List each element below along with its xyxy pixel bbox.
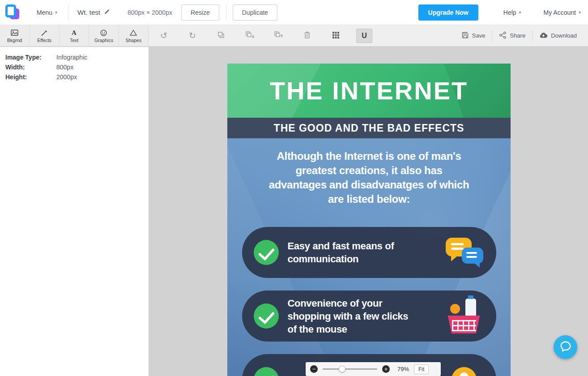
zoom-bar: − + 79% Fit (306, 362, 441, 376)
resize-button[interactable]: Resize (181, 4, 219, 21)
bring-forward-button[interactable] (270, 29, 286, 43)
list-item-text: Easy and fast means of communication (288, 239, 443, 265)
redo-icon: ↻ (189, 31, 196, 40)
divider (226, 5, 226, 20)
undo-button[interactable]: ↺ (156, 29, 172, 43)
triangle-icon (130, 29, 137, 36)
grid-icon (332, 31, 340, 40)
lightbulb-icon (443, 367, 485, 376)
grid-button[interactable] (328, 29, 344, 43)
edit-pencil-icon (104, 9, 110, 16)
project-name-button[interactable]: Wt. test (77, 9, 110, 16)
tab-text[interactable]: A Text (60, 25, 89, 46)
zoom-slider[interactable] (323, 368, 377, 370)
image-icon (11, 29, 18, 36)
tool-strip: ↺ ↻ (149, 25, 372, 46)
chat-bubble-icon (559, 340, 572, 354)
save-label: Save (472, 32, 486, 39)
cloud-download-icon (539, 32, 548, 40)
text-line: Convenience of your (288, 297, 443, 310)
help-chat-button[interactable] (554, 335, 577, 359)
intro-line: advantages and disadvanatges of which (227, 178, 511, 192)
infographic-body[interactable]: Although the Internet is one of man's gr… (227, 138, 511, 376)
tab-graphics[interactable]: Graphics (89, 25, 119, 46)
divider (492, 30, 492, 41)
u-tool-button[interactable]: U (356, 29, 372, 43)
save-button[interactable]: Save (461, 31, 486, 40)
toolbar-right-actions: Save Share Download (455, 25, 588, 46)
tab-shapes[interactable]: Shapes (119, 25, 148, 46)
infographic-header[interactable]: THE INTERNET (227, 64, 511, 118)
tab-effects[interactable]: Effects (30, 25, 59, 46)
wand-icon (41, 29, 48, 36)
tab-label: Graphics (94, 38, 113, 43)
logo-blue-square (5, 4, 16, 17)
download-button[interactable]: Download (539, 32, 577, 40)
checkmark-icon (254, 240, 279, 265)
canvas-dimensions-label: 800px × 2000px (128, 9, 172, 16)
duplicate-button[interactable]: Duplicate (233, 4, 277, 21)
canvas-area[interactable]: THE INTERNET THE GOOD AND THE BAD EFFECT… (149, 47, 588, 376)
text-line: communication (288, 252, 443, 265)
properties-panel: Image Type: Infographic Width: 800px Hei… (0, 47, 149, 376)
chevron-down-icon: ▾ (579, 10, 581, 15)
property-row: Width: 800px (5, 64, 143, 71)
layer-down-icon (245, 31, 255, 40)
text-line: of the mouse (288, 323, 443, 336)
menu-label: Menu (37, 9, 52, 16)
checkmark-icon (254, 303, 279, 329)
duplicate-layer-button[interactable] (213, 29, 229, 43)
property-value: 2000px (56, 74, 77, 81)
intro-line: Although the Internet is one of man's (227, 149, 511, 163)
redo-button[interactable]: ↻ (184, 29, 200, 43)
my-account-button[interactable]: My Account ▾ (544, 9, 581, 16)
letter-u-icon: U (362, 32, 367, 40)
chat-bubbles-icon (443, 235, 485, 270)
app-logo[interactable] (5, 4, 20, 21)
property-label: Width: (5, 64, 56, 71)
divider (532, 30, 533, 41)
send-backward-button[interactable] (242, 29, 258, 43)
layer-up-icon (274, 31, 283, 40)
property-row: Height: 2000px (5, 74, 143, 81)
menu-button[interactable]: Menu ▾ (37, 9, 57, 16)
infographic-items: Easy and fast means of communication Con… (227, 227, 511, 376)
intro-line: are listed below: (227, 192, 511, 206)
upgrade-button[interactable]: Upgrade Now (418, 4, 478, 21)
text-line: Easy and fast means of (288, 239, 443, 252)
intro-line: greatest creations, it also has (227, 163, 511, 178)
save-floppy-icon (461, 31, 469, 40)
share-label: Share (510, 32, 525, 39)
editor-toolbar: Bkgrnd Effects A Text Graphics Shapes (0, 25, 588, 47)
zoom-in-button[interactable]: + (382, 365, 390, 373)
my-account-label: My Account (544, 9, 576, 16)
letter-a-icon: A (72, 29, 77, 36)
property-value: 800px (56, 64, 73, 71)
help-label: Help (503, 9, 516, 16)
infographic-intro: Although the Internet is one of man's gr… (227, 138, 511, 206)
delete-button[interactable] (299, 29, 315, 43)
list-item-shopping[interactable]: Convenience of your shopping with a few … (242, 291, 496, 342)
help-button[interactable]: Help ▾ (503, 9, 521, 16)
smiley-icon (100, 29, 107, 36)
infographic-design[interactable]: THE INTERNET THE GOOD AND THE BAD EFFECT… (227, 64, 511, 376)
infographic-subtitle[interactable]: THE GOOD AND THE BAD EFFECTS (227, 118, 511, 138)
editor-tabs: Bkgrnd Effects A Text Graphics Shapes (0, 25, 149, 46)
zoom-slider-handle[interactable] (339, 366, 345, 372)
infographic-title: THE INTERNET (270, 76, 469, 105)
zoom-percent-label: 79% (395, 366, 409, 372)
share-button[interactable]: Share (499, 31, 525, 40)
shopping-basket-icon (443, 298, 485, 334)
checkmark-icon (254, 367, 279, 376)
share-icon (499, 31, 507, 40)
list-item-communication[interactable]: Easy and fast means of communication (242, 227, 496, 278)
text-line: shopping with a few clicks (288, 310, 443, 323)
zoom-out-button[interactable]: − (310, 365, 318, 373)
property-row: Image Type: Infographic (5, 54, 143, 61)
property-label: Image Type: (5, 54, 56, 61)
zoom-fit-button[interactable]: Fit (414, 364, 429, 374)
download-label: Download (551, 32, 577, 39)
tab-background[interactable]: Bkgrnd (0, 25, 30, 46)
chevron-down-icon: ▾ (55, 10, 57, 15)
top-header: Menu ▾ Wt. test 800px × 2000px Resize Du… (0, 0, 588, 25)
